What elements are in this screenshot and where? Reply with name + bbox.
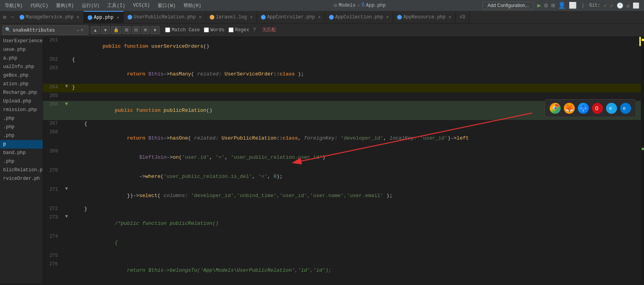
menu-run[interactable]: 运行(U) (80, 2, 101, 10)
run-debug-icon[interactable]: ⚙ (544, 2, 548, 9)
tab-app-collection[interactable]: AppCollection.php ✕ (325, 11, 393, 23)
search-prev-button[interactable]: ▲ (91, 26, 100, 34)
menu-window[interactable]: 窗口(W) (156, 2, 177, 10)
sidebar-item-15[interactable]: blicRelation.p (0, 166, 43, 174)
regex-label[interactable]: Regex (228, 27, 249, 33)
tab-split-icon[interactable]: — (9, 14, 16, 20)
code-line-263: 263 return $this->hasMany( related: User… (43, 65, 644, 84)
tab-icon-app-resource (397, 15, 402, 20)
menu-code[interactable]: 代码(C) (29, 2, 50, 10)
fold-collapse-273[interactable]: ▼ (65, 214, 68, 219)
tab-overflow[interactable]: ≡3 (455, 11, 469, 23)
tab-app-resource[interactable]: AppResource.php ✕ (393, 11, 456, 23)
run-profile-icon[interactable]: 👤 (558, 2, 566, 9)
search-next-button[interactable]: ▼ (101, 26, 110, 34)
tab-close-manage-service[interactable]: ✕ (77, 14, 79, 20)
git-undo-icon[interactable]: ↺ (626, 2, 630, 9)
brace-263b: ); (295, 71, 304, 77)
run-stop-icon[interactable]: ⬜ (569, 2, 577, 9)
sidebar-item-1[interactable]: ueue.php (0, 45, 43, 54)
sidebar-item-12[interactable]: p (0, 140, 43, 149)
opera-icon[interactable]: O (592, 103, 603, 114)
op-arrow-270: -> (139, 174, 146, 179)
tab-close-app-collection[interactable]: ✕ (386, 14, 389, 20)
chrome-icon[interactable] (550, 103, 561, 114)
safari-icon[interactable] (578, 103, 589, 114)
search-filter-button[interactable]: ⊕ (141, 26, 149, 34)
gutter-273[interactable]: ▼ (63, 214, 70, 219)
words-label[interactable]: Words (204, 27, 225, 33)
search-input-wrap: 🔍 ↵ ✕ (2, 25, 88, 35)
fold-icon-266[interactable]: ▼ (65, 101, 68, 107)
sidebar-item-14[interactable]: .php (0, 157, 43, 166)
breadcrumb-file[interactable]: App.php (366, 3, 386, 8)
search-input[interactable] (13, 27, 75, 33)
tab-close-app-php[interactable]: ✕ (117, 15, 119, 20)
add-configuration-button[interactable]: Add Configuration... (482, 2, 534, 9)
search-collapse-button[interactable]: ⊟ (132, 26, 140, 34)
tab-manage-service[interactable]: ManageService.php ✕ (16, 11, 84, 23)
sidebar-item-16[interactable]: rviceOrder.ph (0, 174, 43, 183)
tab-app-controller[interactable]: AppController.php ✕ (257, 11, 325, 23)
tab-user-public-relation[interactable]: UserPublicRelation.php ✕ (124, 11, 206, 23)
git-clock-icon[interactable]: 🕐 (617, 2, 623, 9)
sidebar-item-11[interactable]: .php (0, 131, 43, 140)
sidebar-item-9[interactable]: .php (0, 114, 43, 123)
op-arrow2-268: )-> (448, 135, 457, 141)
menu-nav[interactable]: 导航(N) (3, 2, 24, 10)
help-icon[interactable]: ? (253, 27, 256, 33)
search-funnel-button[interactable]: ▼ (151, 26, 160, 34)
settings-icon[interactable]: ⚙ (0, 14, 9, 20)
tab-close-laravel-log[interactable]: ✕ (250, 14, 253, 20)
sidebar-item-4[interactable]: geBox.php (0, 71, 43, 80)
words-checkbox[interactable] (204, 27, 209, 32)
sidebar-item-3[interactable]: ualInfo.php (0, 63, 43, 71)
menu-refactor[interactable]: 重构(R) (54, 2, 76, 10)
code-content[interactable]: 261 public function userServiceOrders() … (43, 37, 644, 283)
sidebar-item-13[interactable]: band.php (0, 149, 43, 157)
sidebar-item-0[interactable]: UserExperience (0, 37, 43, 45)
breadcrumb-home-icon: ⊡ (334, 2, 337, 9)
tab-label-app-php: App.php (94, 15, 113, 20)
gutter-266[interactable]: ▼ (63, 101, 70, 107)
search-clear-icon[interactable]: ✕ (81, 27, 83, 33)
sidebar-item-10[interactable]: .php (0, 123, 43, 131)
match-case-checkbox[interactable] (165, 27, 170, 32)
tab-label-overflow: ≡3 (459, 14, 465, 20)
sidebar-item-7[interactable]: Upload.php (0, 97, 43, 106)
search-lock-button[interactable]: 🔒 (111, 26, 121, 34)
sidebar-item-6[interactable]: Recharge.php (0, 88, 43, 97)
search-expand-button[interactable]: ⊞ (122, 26, 131, 34)
brace-270a: ( (160, 174, 164, 179)
gutter-264[interactable]: ▼ (63, 84, 70, 89)
line-num-261: 261 (43, 37, 63, 43)
label-related-263: related: (197, 71, 221, 77)
sidebar-item-5[interactable]: ation.php (0, 80, 43, 88)
firefox-icon[interactable]: 🦊 (564, 103, 575, 114)
op-comma-270b: , (267, 174, 273, 179)
menu-vcs[interactable]: VCS(S) (131, 2, 151, 9)
code-line-270: 270 ->where('user_public_relation.is_del… (43, 167, 644, 186)
menu-help[interactable]: 帮助(H) (182, 2, 203, 10)
fold-collapse-271[interactable]: ▼ (65, 186, 68, 192)
run-coverage-icon[interactable]: ⊞ (551, 2, 555, 9)
ie-icon[interactable]: e (606, 103, 617, 114)
tab-close-app-controller[interactable]: ✕ (318, 14, 321, 20)
tab-icon-app-collection (329, 15, 334, 20)
sidebar-item-8[interactable]: rmission.php (0, 106, 43, 114)
tab-close-app-resource[interactable]: ✕ (449, 14, 452, 20)
tab-laravel-log[interactable]: laravel.log ✕ (206, 11, 257, 23)
menu-tools[interactable]: 工具(I) (106, 2, 127, 10)
sidebar-item-2[interactable]: a.php (0, 54, 43, 63)
tab-app-php[interactable]: App.php ✕ (84, 11, 124, 23)
regex-checkbox[interactable] (228, 27, 234, 32)
gutter-271[interactable]: ▼ (63, 186, 70, 192)
breadcrumb-models[interactable]: Models (338, 3, 355, 8)
window-maximize-icon[interactable]: ⬜ (633, 2, 639, 9)
match-case-label[interactable]: Match Case (165, 27, 200, 33)
fold-collapse-264[interactable]: ▼ (65, 84, 68, 89)
run-play-icon[interactable]: ▶ (537, 2, 541, 9)
line-code-270: ->where('user_public_relation.is_del', '… (70, 167, 644, 186)
edge-icon[interactable]: e (620, 103, 631, 114)
tab-close-user-public-relation[interactable]: ✕ (199, 14, 201, 20)
